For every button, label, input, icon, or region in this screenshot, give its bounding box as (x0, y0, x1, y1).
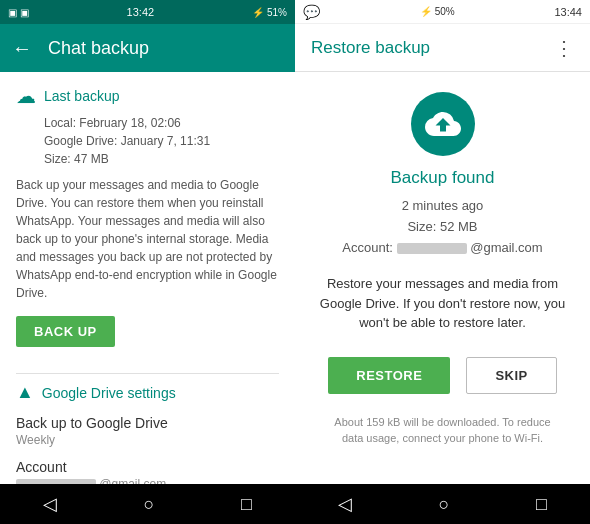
backup-time-ago: 2 minutes ago (342, 196, 542, 217)
right-toolbar: Restore backup ⋮ (295, 24, 590, 72)
last-backup-title: Last backup (44, 88, 120, 104)
account-label: Account (16, 459, 279, 475)
right-battery: 50% (435, 6, 455, 17)
right-toolbar-title: Restore backup (311, 38, 430, 58)
account-suffix: @gmail.com (99, 477, 166, 484)
drive-header: ▲ Google Drive settings (16, 382, 279, 403)
account-row: Account @gmail.com (16, 459, 279, 484)
nav-recents-icon[interactable]: □ (241, 494, 252, 515)
gdrive-section: ▲ Google Drive settings Back up to Googl… (16, 382, 279, 484)
right-nav-home-icon[interactable]: ○ (439, 494, 450, 515)
right-status-icons: ⚡ 50% (420, 6, 455, 17)
backup-local: Local: February 18, 02:06 (44, 114, 279, 132)
footer-note: About 159 kB will be downloaded. To redu… (311, 414, 574, 447)
account-redacted-right (397, 243, 467, 254)
app-icons: ▣ ▣ (8, 7, 29, 18)
right-nav-recents-icon[interactable]: □ (536, 494, 547, 515)
right-nav-back-icon[interactable]: ◁ (338, 493, 352, 515)
left-nav-bar: ◁ ○ □ (0, 484, 295, 524)
account-value: @gmail.com (16, 477, 279, 484)
divider (16, 373, 279, 374)
account-suffix-right: @gmail.com (470, 240, 542, 255)
restore-description: Restore your messages and media from Goo… (311, 274, 574, 333)
backup-found-title: Backup found (391, 168, 495, 188)
left-toolbar: ← Chat backup (0, 24, 295, 72)
right-bluetooth-icon: ⚡ (420, 6, 432, 17)
last-backup-header: ☁ Last backup (16, 84, 279, 108)
backup-info: Local: February 18, 02:06 Google Drive: … (16, 114, 279, 168)
back-icon[interactable]: ← (12, 37, 32, 60)
left-toolbar-title: Chat backup (48, 38, 149, 59)
nav-home-icon[interactable]: ○ (144, 494, 155, 515)
right-panel: 💬 ⚡ 50% 13:44 Restore backup ⋮ Backup fo… (295, 0, 590, 524)
right-time: 13:44 (554, 6, 582, 18)
backup-to-label: Back up to Google Drive (16, 415, 279, 431)
left-content: ☁ Last backup Local: February 18, 02:06 … (0, 72, 295, 484)
backup-size: Size: 47 MB (44, 150, 279, 168)
left-time: 13:42 (127, 6, 155, 18)
status-bar-left: ▣ ▣ 13:42 ⚡ 51% (0, 0, 295, 24)
backup-meta: 2 minutes ago Size: 52 MB Account: @gmai… (342, 196, 542, 258)
backup-gdrive: Google Drive: January 7, 11:31 (44, 132, 279, 150)
account-label-right: Account: (342, 240, 393, 255)
upload-svg (425, 106, 461, 142)
left-status-right-icons: ⚡ 51% (252, 7, 287, 18)
right-nav-bar: ◁ ○ □ (295, 484, 590, 524)
left-battery: 51% (267, 7, 287, 18)
backup-description: Back up your messages and media to Googl… (16, 176, 279, 302)
drive-title: Google Drive settings (42, 385, 176, 401)
more-options-icon[interactable]: ⋮ (554, 36, 574, 60)
skip-button[interactable]: SKIP (466, 357, 556, 394)
backup-button[interactable]: BACK UP (16, 316, 115, 347)
restore-button[interactable]: RESTORE (328, 357, 450, 394)
left-bluetooth-icon: ⚡ (252, 7, 264, 18)
nav-back-icon[interactable]: ◁ (43, 493, 57, 515)
drive-icon: ▲ (16, 382, 34, 403)
action-buttons: RESTORE SKIP (328, 357, 556, 394)
right-content: Backup found 2 minutes ago Size: 52 MB A… (295, 72, 590, 484)
left-panel: ▣ ▣ 13:42 ⚡ 51% ← Chat backup ☁ Last bac… (0, 0, 295, 524)
cloud-upload-icon (411, 92, 475, 156)
left-status-left-icons: ▣ ▣ (8, 7, 29, 18)
backup-account: Account: @gmail.com (342, 238, 542, 259)
cloud-icon: ☁ (16, 84, 36, 108)
backup-to-row: Back up to Google Drive Weekly (16, 415, 279, 447)
status-bar-right: 💬 ⚡ 50% 13:44 (295, 0, 590, 24)
chat-bubble-icon: 💬 (303, 4, 320, 20)
backup-size-right: Size: 52 MB (342, 217, 542, 238)
backup-to-value: Weekly (16, 433, 279, 447)
